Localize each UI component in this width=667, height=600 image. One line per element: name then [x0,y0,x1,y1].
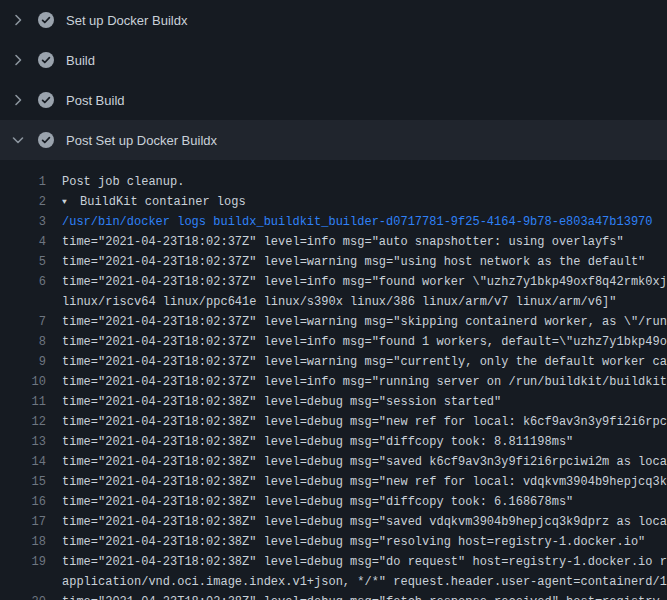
step-label: Post Build [66,93,125,108]
chevron-right-icon [10,52,26,68]
log-line: 15 time="2021-04-23T18:02:38Z" level=deb… [0,472,667,492]
step-header-setup-docker-buildx[interactable]: Set up Docker Buildx [0,0,667,40]
log-line-text: time="2021-04-23T18:02:38Z" level=debug … [62,512,667,532]
check-circle-icon [38,92,54,108]
log-line-number[interactable]: 20 [0,592,46,600]
log-line-text: time="2021-04-23T18:02:38Z" level=debug … [62,532,645,552]
log-line: 6 time="2021-04-23T18:02:37Z" level=info… [0,272,667,292]
log-line-number[interactable]: 11 [0,392,46,412]
log-line-number[interactable]: 14 [0,452,46,472]
log-line-text: time="2021-04-23T18:02:37Z" level=warnin… [62,352,667,372]
log-line: 8 time="2021-04-23T18:02:37Z" level=info… [0,332,667,352]
log-output: 1 Post job cleanup. 2 ▼ BuildKit contain… [0,160,667,600]
log-line-number[interactable]: 7 [0,312,46,332]
log-line-text: time="2021-04-23T18:02:38Z" level=debug … [62,472,667,492]
log-line: 11 time="2021-04-23T18:02:38Z" level=deb… [0,392,667,412]
log-line-text: time="2021-04-23T18:02:37Z" level=info m… [62,372,667,392]
log-line-number[interactable]: 18 [0,532,46,552]
log-line-number[interactable]: 16 [0,492,46,512]
log-line-text: time="2021-04-23T18:02:38Z" level=debug … [62,412,667,432]
log-line-number[interactable]: 6 [0,272,46,292]
log-line: 18 time="2021-04-23T18:02:38Z" level=deb… [0,532,667,552]
log-line-number[interactable]: 15 [0,472,46,492]
log-line-text: linux/riscv64 linux/ppc641e linux/s390x … [62,292,617,312]
log-line: 13 time="2021-04-23T18:02:38Z" level=deb… [0,432,667,452]
log-line-number[interactable]: 8 [0,332,46,352]
log-line-text: time="2021-04-23T18:02:38Z" level=debug … [62,552,667,572]
log-line-text: time="2021-04-23T18:02:37Z" level=info m… [62,232,624,252]
log-line-number[interactable]: 2 [0,192,46,212]
log-line-text: time="2021-04-23T18:02:38Z" level=debug … [62,432,573,452]
log-line-text: time="2021-04-23T18:02:38Z" level=debug … [62,492,573,512]
check-circle-icon [38,52,54,68]
log-line-continuation: linux/riscv64 linux/ppc641e linux/s390x … [0,292,667,312]
log-line-number[interactable]: 3 [0,212,46,232]
log-group-title: BuildKit container logs [80,192,246,212]
log-line: 7 time="2021-04-23T18:02:37Z" level=warn… [0,312,667,332]
step-header-post-setup-docker-buildx[interactable]: Post Set up Docker Buildx [0,120,667,160]
log-line-number-spacer [0,572,46,592]
chevron-right-icon [10,12,26,28]
log-line: 20 time="2021-04-23T18:02:38Z" level=deb… [0,592,667,600]
log-line-text: Post job cleanup. [62,172,184,192]
step-header-post-build[interactable]: Post Build [0,80,667,120]
log-line-text: time="2021-04-23T18:02:37Z" level=info m… [62,272,667,292]
step-label: Build [66,53,95,68]
log-command-text: /usr/bin/docker logs buildx_buildkit_bui… [62,212,653,232]
log-line-number[interactable]: 1 [0,172,46,192]
log-line-number[interactable]: 5 [0,252,46,272]
log-command-line: 3 /usr/bin/docker logs buildx_buildkit_b… [0,212,667,232]
log-line: 4 time="2021-04-23T18:02:37Z" level=info… [0,232,667,252]
log-line-text: time="2021-04-23T18:02:38Z" level=debug … [62,452,667,472]
log-line-number[interactable]: 13 [0,432,46,452]
log-group-toggle-icon[interactable]: ▼ [62,192,74,212]
log-line-number[interactable]: 4 [0,232,46,252]
check-circle-icon [38,132,54,148]
log-line-number[interactable]: 12 [0,412,46,432]
log-line: 17 time="2021-04-23T18:02:38Z" level=deb… [0,512,667,532]
log-line: 10 time="2021-04-23T18:02:37Z" level=inf… [0,372,667,392]
log-line-number[interactable]: 19 [0,552,46,572]
log-line: 16 time="2021-04-23T18:02:38Z" level=deb… [0,492,667,512]
log-line-number[interactable]: 17 [0,512,46,532]
log-line: 19 time="2021-04-23T18:02:38Z" level=deb… [0,552,667,572]
log-line-continuation: application/vnd.oci.image.index.v1+json,… [0,572,667,592]
log-line-text: time="2021-04-23T18:02:38Z" level=debug … [62,592,660,600]
step-header-build[interactable]: Build [0,40,667,80]
log-line: 5 time="2021-04-23T18:02:37Z" level=warn… [0,252,667,272]
workflow-steps-list: Set up Docker Buildx Build Post Build Po… [0,0,667,600]
log-line-number[interactable]: 9 [0,352,46,372]
log-line: 12 time="2021-04-23T18:02:38Z" level=deb… [0,412,667,432]
log-line-text: time="2021-04-23T18:02:37Z" level=info m… [62,332,667,352]
check-circle-icon [38,12,54,28]
chevron-down-icon [10,132,26,148]
log-line-text: time="2021-04-23T18:02:37Z" level=warnin… [62,252,645,272]
log-line-text: time="2021-04-23T18:02:38Z" level=debug … [62,392,501,412]
log-line-text: time="2021-04-23T18:02:37Z" level=warnin… [62,312,667,332]
log-line: 14 time="2021-04-23T18:02:38Z" level=deb… [0,452,667,472]
log-line-number[interactable]: 10 [0,372,46,392]
log-line: 9 time="2021-04-23T18:02:37Z" level=warn… [0,352,667,372]
chevron-right-icon [10,92,26,108]
log-group-line[interactable]: 2 ▼ BuildKit container logs [0,192,667,212]
step-label: Set up Docker Buildx [66,13,187,28]
step-label: Post Set up Docker Buildx [66,133,217,148]
log-line: 1 Post job cleanup. [0,172,667,192]
log-line-number-spacer [0,292,46,312]
log-line-text: application/vnd.oci.image.index.v1+json,… [62,572,667,592]
